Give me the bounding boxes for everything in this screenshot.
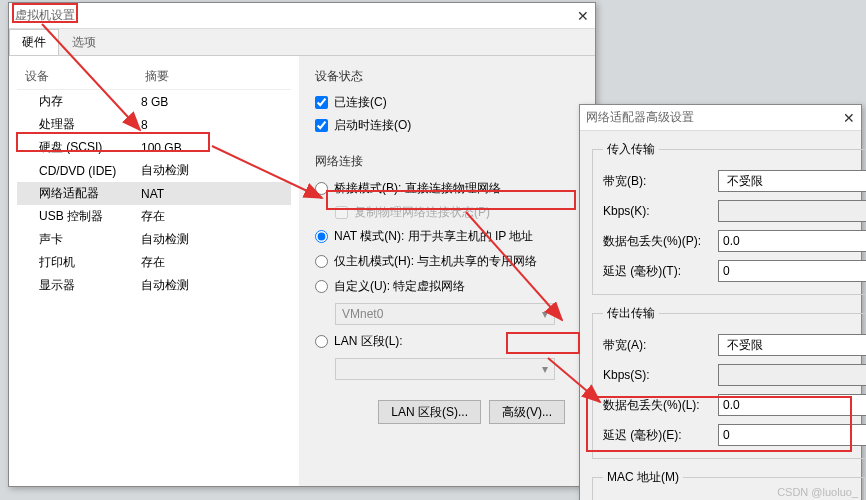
vm-settings-titlebar: 虚拟机设置 ✕ [9,3,595,29]
device-row[interactable]: 硬盘 (SCSI)100 GB [17,136,291,159]
device-summary: 100 GB [141,141,182,155]
out-bandwidth-label: 带宽(A): [603,337,718,354]
close-icon[interactable]: ✕ [843,110,855,126]
sound-icon [21,234,35,246]
device-name: 内存 [39,93,63,110]
in-loss-input[interactable] [718,230,866,252]
out-latency-label: 延迟 (毫秒)(E): [603,427,718,444]
device-name: 声卡 [39,231,63,248]
replicate-checkbox [335,206,348,219]
device-row[interactable]: 打印机存在 [17,251,291,274]
close-icon[interactable]: ✕ [577,8,589,24]
device-name: USB 控制器 [39,208,103,225]
outgoing-fieldset: 传出传输 带宽(A):不受限 Kbps(S):▴▾ 数据包丢失(%)(L):▴▾… [592,305,866,459]
col-device: 设备 [25,68,145,85]
outgoing-legend: 传出传输 [603,305,659,322]
connect-poweron-checkbox[interactable] [315,119,328,132]
device-summary: 自动检测 [141,162,189,179]
disk-icon [21,142,35,154]
lan-segment-label: LAN 区段(L): [334,333,403,350]
device-row[interactable]: 声卡自动检测 [17,228,291,251]
device-summary: 8 GB [141,95,168,109]
tabs: 硬件 选项 [9,29,595,56]
out-kbps-input[interactable] [718,364,866,386]
lan-segment-radio[interactable] [315,335,328,348]
hostonly-label: 仅主机模式(H): 与主机共享的专用网络 [334,253,537,270]
device-summary: NAT [141,187,164,201]
out-loss-label: 数据包丢失(%)(L): [603,397,718,414]
chevron-down-icon: ▾ [542,307,548,321]
in-latency-label: 延迟 (毫秒)(T): [603,263,718,280]
in-bandwidth-select[interactable]: 不受限 [718,170,866,192]
cd-icon [21,165,35,177]
custom-radio[interactable] [315,280,328,293]
in-bandwidth-label: 带宽(B): [603,173,718,190]
advanced-title: 网络适配器高级设置 [586,109,694,126]
memory-icon [21,96,35,108]
in-kbps-label: Kbps(K): [603,204,718,218]
device-row[interactable]: CD/DVD (IDE)自动检测 [17,159,291,182]
device-summary: 8 [141,118,148,132]
printer-icon [21,257,35,269]
device-name: 打印机 [39,254,75,271]
in-loss-label: 数据包丢失(%)(P): [603,233,718,250]
device-summary: 存在 [141,208,165,225]
chevron-down-icon: ▾ [542,362,548,376]
device-row[interactable]: 显示器自动检测 [17,274,291,297]
vm-settings-dialog: 虚拟机设置 ✕ 硬件 选项 设备 摘要 内存8 GB处理器8硬盘 (SCSI)1… [8,2,596,487]
device-name: 硬盘 (SCSI) [39,139,102,156]
device-row[interactable]: 网络适配器NAT [17,182,291,205]
vmnet-select: VMnet0▾ [335,303,555,325]
device-summary: 自动检测 [141,277,189,294]
out-loss-input[interactable] [718,394,866,416]
device-summary: 存在 [141,254,165,271]
device-list: 设备 摘要 内存8 GB处理器8硬盘 (SCSI)100 GBCD/DVD (I… [9,56,299,486]
connect-poweron-label: 启动时连接(O) [334,117,411,134]
device-row[interactable]: 处理器8 [17,113,291,136]
nat-radio[interactable] [315,230,328,243]
incoming-fieldset: 传入传输 带宽(B):不受限 Kbps(K):▴▾ 数据包丢失(%)(P):▴▾… [592,141,866,295]
device-detail: 设备状态 已连接(C) 启动时连接(O) 网络连接 桥接模式(B): 直接连接物… [299,56,575,486]
in-kbps-input[interactable] [718,200,866,222]
device-name: 网络适配器 [39,185,99,202]
settings-body: 设备 摘要 内存8 GB处理器8硬盘 (SCSI)100 GBCD/DVD (I… [9,56,595,486]
connected-checkbox[interactable] [315,96,328,109]
tab-hardware[interactable]: 硬件 [9,29,59,55]
col-summary: 摘要 [145,68,169,85]
vm-settings-title: 虚拟机设置 [15,7,75,24]
usb-icon [21,211,35,223]
lan-segment-button[interactable]: LAN 区段(S)... [378,400,481,424]
network-icon [21,188,35,200]
custom-label: 自定义(U): 特定虚拟网络 [334,278,465,295]
watermark: CSDN @luoluo_ [777,486,858,498]
nat-label: NAT 模式(N): 用于共享主机的 IP 地址 [334,228,533,245]
vmnet-value: VMnet0 [342,307,383,321]
incoming-legend: 传入传输 [603,141,659,158]
replicate-label: 复制物理网络连接状态(P) [354,204,490,221]
bridged-radio[interactable] [315,182,328,195]
lan-segment-select: ▾ [335,358,555,380]
device-list-header: 设备 摘要 [17,64,291,90]
device-row[interactable]: USB 控制器存在 [17,205,291,228]
out-kbps-label: Kbps(S): [603,368,718,382]
tab-options[interactable]: 选项 [59,29,109,55]
advanced-titlebar: 网络适配器高级设置 ✕ [580,105,861,131]
out-bandwidth-select[interactable]: 不受限 [718,334,866,356]
advanced-settings-dialog: 网络适配器高级设置 ✕ 传入传输 带宽(B):不受限 Kbps(K):▴▾ 数据… [579,104,862,500]
in-latency-input[interactable] [718,260,866,282]
device-summary: 自动检测 [141,231,189,248]
device-row[interactable]: 内存8 GB [17,90,291,113]
bridged-label: 桥接模式(B): 直接连接物理网络 [334,180,501,197]
device-name: 显示器 [39,277,75,294]
out-latency-input[interactable] [718,424,866,446]
mac-legend: MAC 地址(M) [603,469,683,486]
display-icon [21,280,35,292]
device-name: 处理器 [39,116,75,133]
network-legend: 网络连接 [315,153,565,170]
device-status-legend: 设备状态 [315,68,565,85]
hostonly-radio[interactable] [315,255,328,268]
advanced-button[interactable]: 高级(V)... [489,400,565,424]
network-group: 网络连接 桥接模式(B): 直接连接物理网络 复制物理网络连接状态(P) NAT… [315,153,565,424]
device-name: CD/DVD (IDE) [39,164,116,178]
device-status-group: 设备状态 已连接(C) 启动时连接(O) [315,68,565,137]
